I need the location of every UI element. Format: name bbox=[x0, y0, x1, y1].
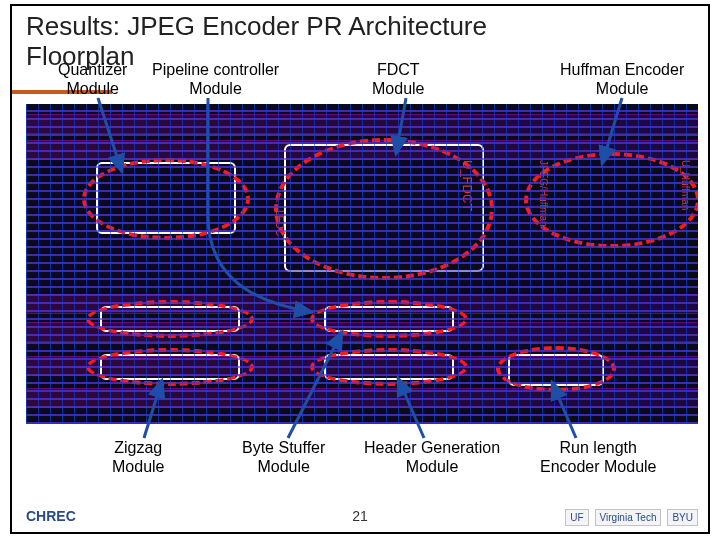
logo-right: UF Virginia Tech BYU bbox=[565, 509, 698, 526]
label-fdct: FDCT Module bbox=[372, 60, 424, 98]
vtext-ufdct: U_FDCT bbox=[460, 160, 475, 211]
logo-byu: BYU bbox=[667, 509, 698, 526]
block-fdct bbox=[284, 144, 484, 272]
highlight-header bbox=[310, 348, 468, 386]
vtext-lfdct: …LFDCT bbox=[274, 200, 285, 242]
logo-left: CHREC bbox=[22, 506, 80, 526]
highlight-zigzag-2 bbox=[86, 348, 254, 386]
highlight-bytestuff bbox=[310, 300, 468, 338]
label-zigzag: Zigzag Module bbox=[112, 438, 164, 476]
highlight-quantizer bbox=[82, 158, 250, 240]
block-zigzag-1 bbox=[100, 306, 240, 332]
label-bytestuff: Byte Stuffer Module bbox=[242, 438, 325, 476]
block-quantizer bbox=[96, 162, 236, 234]
logo-uf: UF bbox=[565, 509, 588, 526]
label-pipeline: Pipeline controller Module bbox=[152, 60, 279, 98]
block-runlen bbox=[508, 354, 604, 386]
block-zigzag-2 bbox=[100, 354, 240, 380]
highlight-fdct bbox=[274, 138, 494, 280]
label-quantizer: Quantizer Module bbox=[58, 60, 127, 98]
slide-frame: Results: JPEG Encoder PR Architecture Fl… bbox=[10, 4, 710, 534]
title-line1: Results: JPEG Encoder PR Architecture bbox=[26, 11, 487, 41]
label-huffman: Huffman Encoder Module bbox=[560, 60, 684, 98]
logo-vt: Virginia Tech bbox=[595, 509, 662, 526]
floorplan: U_FDCT …LFDCT JPEG/Huffman U_Huffman bbox=[26, 104, 698, 424]
block-bytestuff bbox=[324, 306, 454, 332]
label-header: Header Generation Module bbox=[364, 438, 500, 476]
vtext-jpeg: JPEG/Huffman bbox=[538, 160, 549, 227]
highlight-zigzag-1 bbox=[86, 300, 254, 338]
block-header bbox=[324, 354, 454, 380]
highlight-runlen bbox=[496, 346, 616, 392]
page-number: 21 bbox=[352, 508, 368, 524]
vtext-uhuff: U_Huffman bbox=[680, 160, 691, 210]
highlight-huffman bbox=[524, 152, 698, 248]
logo-chrec: CHREC bbox=[22, 506, 80, 526]
label-runlen: Run length Encoder Module bbox=[540, 438, 657, 476]
